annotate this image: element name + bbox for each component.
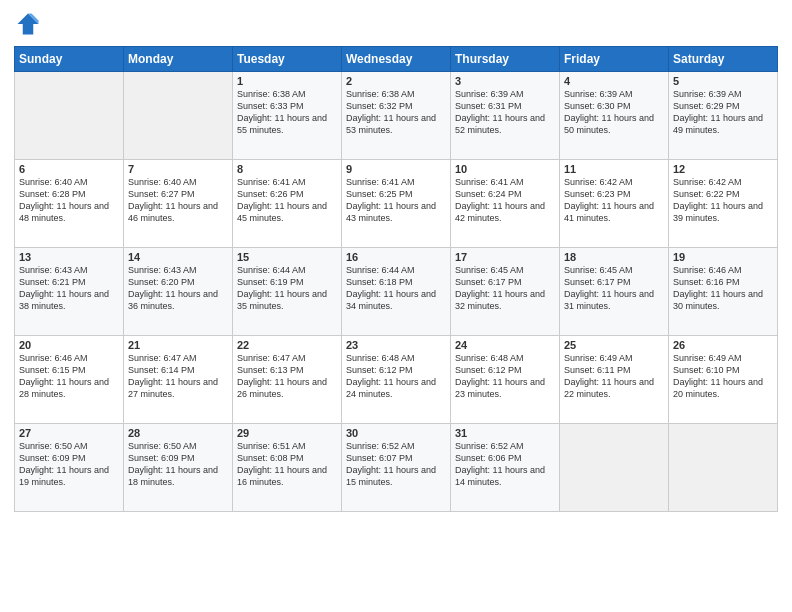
day-number: 29	[237, 427, 337, 439]
calendar-cell: 31Sunrise: 6:52 AMSunset: 6:06 PMDayligh…	[451, 424, 560, 512]
day-info: Sunrise: 6:49 AMSunset: 6:11 PMDaylight:…	[564, 352, 664, 401]
day-number: 6	[19, 163, 119, 175]
day-info: Sunrise: 6:42 AMSunset: 6:23 PMDaylight:…	[564, 176, 664, 225]
day-info: Sunrise: 6:52 AMSunset: 6:06 PMDaylight:…	[455, 440, 555, 489]
day-info: Sunrise: 6:49 AMSunset: 6:10 PMDaylight:…	[673, 352, 773, 401]
day-info: Sunrise: 6:41 AMSunset: 6:26 PMDaylight:…	[237, 176, 337, 225]
calendar-cell: 25Sunrise: 6:49 AMSunset: 6:11 PMDayligh…	[560, 336, 669, 424]
day-number: 8	[237, 163, 337, 175]
svg-marker-0	[18, 14, 39, 35]
day-info: Sunrise: 6:48 AMSunset: 6:12 PMDaylight:…	[455, 352, 555, 401]
calendar-cell	[124, 72, 233, 160]
calendar-week-4: 20Sunrise: 6:46 AMSunset: 6:15 PMDayligh…	[15, 336, 778, 424]
calendar-cell: 27Sunrise: 6:50 AMSunset: 6:09 PMDayligh…	[15, 424, 124, 512]
day-number: 22	[237, 339, 337, 351]
day-info: Sunrise: 6:39 AMSunset: 6:29 PMDaylight:…	[673, 88, 773, 137]
weekday-header-monday: Monday	[124, 47, 233, 72]
page: SundayMondayTuesdayWednesdayThursdayFrid…	[0, 0, 792, 612]
day-number: 16	[346, 251, 446, 263]
calendar-cell: 4Sunrise: 6:39 AMSunset: 6:30 PMDaylight…	[560, 72, 669, 160]
calendar-cell: 22Sunrise: 6:47 AMSunset: 6:13 PMDayligh…	[233, 336, 342, 424]
calendar-week-3: 13Sunrise: 6:43 AMSunset: 6:21 PMDayligh…	[15, 248, 778, 336]
day-info: Sunrise: 6:50 AMSunset: 6:09 PMDaylight:…	[19, 440, 119, 489]
day-info: Sunrise: 6:44 AMSunset: 6:19 PMDaylight:…	[237, 264, 337, 313]
calendar: SundayMondayTuesdayWednesdayThursdayFrid…	[14, 46, 778, 512]
calendar-cell: 13Sunrise: 6:43 AMSunset: 6:21 PMDayligh…	[15, 248, 124, 336]
calendar-cell: 20Sunrise: 6:46 AMSunset: 6:15 PMDayligh…	[15, 336, 124, 424]
day-info: Sunrise: 6:41 AMSunset: 6:25 PMDaylight:…	[346, 176, 446, 225]
day-number: 28	[128, 427, 228, 439]
calendar-cell: 11Sunrise: 6:42 AMSunset: 6:23 PMDayligh…	[560, 160, 669, 248]
logo-icon	[14, 10, 42, 38]
day-info: Sunrise: 6:39 AMSunset: 6:31 PMDaylight:…	[455, 88, 555, 137]
calendar-cell: 7Sunrise: 6:40 AMSunset: 6:27 PMDaylight…	[124, 160, 233, 248]
day-number: 27	[19, 427, 119, 439]
day-number: 3	[455, 75, 555, 87]
day-info: Sunrise: 6:40 AMSunset: 6:28 PMDaylight:…	[19, 176, 119, 225]
day-number: 1	[237, 75, 337, 87]
calendar-cell: 8Sunrise: 6:41 AMSunset: 6:26 PMDaylight…	[233, 160, 342, 248]
calendar-cell: 21Sunrise: 6:47 AMSunset: 6:14 PMDayligh…	[124, 336, 233, 424]
day-number: 24	[455, 339, 555, 351]
day-info: Sunrise: 6:46 AMSunset: 6:15 PMDaylight:…	[19, 352, 119, 401]
calendar-cell: 10Sunrise: 6:41 AMSunset: 6:24 PMDayligh…	[451, 160, 560, 248]
day-info: Sunrise: 6:41 AMSunset: 6:24 PMDaylight:…	[455, 176, 555, 225]
weekday-header-tuesday: Tuesday	[233, 47, 342, 72]
day-info: Sunrise: 6:47 AMSunset: 6:13 PMDaylight:…	[237, 352, 337, 401]
calendar-cell: 5Sunrise: 6:39 AMSunset: 6:29 PMDaylight…	[669, 72, 778, 160]
day-info: Sunrise: 6:40 AMSunset: 6:27 PMDaylight:…	[128, 176, 228, 225]
calendar-cell: 14Sunrise: 6:43 AMSunset: 6:20 PMDayligh…	[124, 248, 233, 336]
logo	[14, 10, 46, 38]
day-number: 25	[564, 339, 664, 351]
weekday-header-row: SundayMondayTuesdayWednesdayThursdayFrid…	[15, 47, 778, 72]
calendar-cell: 1Sunrise: 6:38 AMSunset: 6:33 PMDaylight…	[233, 72, 342, 160]
calendar-cell: 15Sunrise: 6:44 AMSunset: 6:19 PMDayligh…	[233, 248, 342, 336]
day-number: 14	[128, 251, 228, 263]
day-info: Sunrise: 6:45 AMSunset: 6:17 PMDaylight:…	[455, 264, 555, 313]
weekday-header-thursday: Thursday	[451, 47, 560, 72]
day-number: 18	[564, 251, 664, 263]
calendar-cell: 23Sunrise: 6:48 AMSunset: 6:12 PMDayligh…	[342, 336, 451, 424]
calendar-week-1: 1Sunrise: 6:38 AMSunset: 6:33 PMDaylight…	[15, 72, 778, 160]
day-info: Sunrise: 6:42 AMSunset: 6:22 PMDaylight:…	[673, 176, 773, 225]
header	[14, 10, 778, 38]
day-number: 11	[564, 163, 664, 175]
calendar-cell: 18Sunrise: 6:45 AMSunset: 6:17 PMDayligh…	[560, 248, 669, 336]
calendar-cell	[15, 72, 124, 160]
calendar-cell	[560, 424, 669, 512]
day-number: 2	[346, 75, 446, 87]
day-info: Sunrise: 6:38 AMSunset: 6:32 PMDaylight:…	[346, 88, 446, 137]
day-info: Sunrise: 6:46 AMSunset: 6:16 PMDaylight:…	[673, 264, 773, 313]
day-info: Sunrise: 6:51 AMSunset: 6:08 PMDaylight:…	[237, 440, 337, 489]
weekday-header-wednesday: Wednesday	[342, 47, 451, 72]
calendar-cell: 24Sunrise: 6:48 AMSunset: 6:12 PMDayligh…	[451, 336, 560, 424]
day-info: Sunrise: 6:38 AMSunset: 6:33 PMDaylight:…	[237, 88, 337, 137]
day-number: 13	[19, 251, 119, 263]
day-number: 15	[237, 251, 337, 263]
calendar-week-2: 6Sunrise: 6:40 AMSunset: 6:28 PMDaylight…	[15, 160, 778, 248]
weekday-header-sunday: Sunday	[15, 47, 124, 72]
day-info: Sunrise: 6:39 AMSunset: 6:30 PMDaylight:…	[564, 88, 664, 137]
calendar-cell: 3Sunrise: 6:39 AMSunset: 6:31 PMDaylight…	[451, 72, 560, 160]
day-number: 20	[19, 339, 119, 351]
day-number: 4	[564, 75, 664, 87]
calendar-cell: 16Sunrise: 6:44 AMSunset: 6:18 PMDayligh…	[342, 248, 451, 336]
day-number: 5	[673, 75, 773, 87]
calendar-cell: 26Sunrise: 6:49 AMSunset: 6:10 PMDayligh…	[669, 336, 778, 424]
day-info: Sunrise: 6:43 AMSunset: 6:21 PMDaylight:…	[19, 264, 119, 313]
day-info: Sunrise: 6:50 AMSunset: 6:09 PMDaylight:…	[128, 440, 228, 489]
day-number: 19	[673, 251, 773, 263]
calendar-week-5: 27Sunrise: 6:50 AMSunset: 6:09 PMDayligh…	[15, 424, 778, 512]
calendar-cell: 12Sunrise: 6:42 AMSunset: 6:22 PMDayligh…	[669, 160, 778, 248]
day-info: Sunrise: 6:44 AMSunset: 6:18 PMDaylight:…	[346, 264, 446, 313]
day-info: Sunrise: 6:43 AMSunset: 6:20 PMDaylight:…	[128, 264, 228, 313]
day-number: 26	[673, 339, 773, 351]
calendar-cell: 2Sunrise: 6:38 AMSunset: 6:32 PMDaylight…	[342, 72, 451, 160]
calendar-cell: 30Sunrise: 6:52 AMSunset: 6:07 PMDayligh…	[342, 424, 451, 512]
calendar-cell: 28Sunrise: 6:50 AMSunset: 6:09 PMDayligh…	[124, 424, 233, 512]
calendar-cell: 9Sunrise: 6:41 AMSunset: 6:25 PMDaylight…	[342, 160, 451, 248]
calendar-cell: 17Sunrise: 6:45 AMSunset: 6:17 PMDayligh…	[451, 248, 560, 336]
day-number: 21	[128, 339, 228, 351]
day-info: Sunrise: 6:48 AMSunset: 6:12 PMDaylight:…	[346, 352, 446, 401]
weekday-header-friday: Friday	[560, 47, 669, 72]
